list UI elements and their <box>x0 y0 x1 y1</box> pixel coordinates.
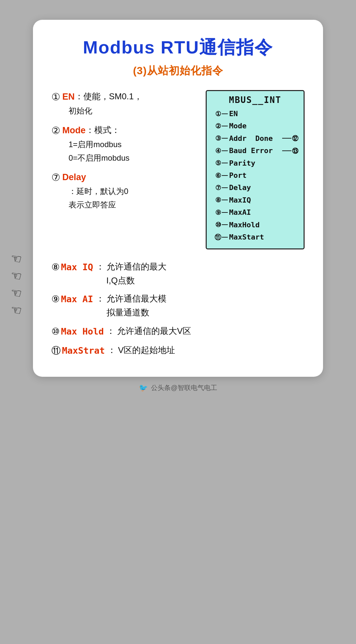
mbus-label-port: Port <box>229 169 298 181</box>
cursor-column: ☜ ☜ ☜ ☜ <box>11 251 22 317</box>
main-card: ☜ ☜ ☜ ☜ Modbus RTU通信指令 (3)从站初始化指令 ① EN ：… <box>33 20 323 377</box>
mbus-dash-5 <box>222 163 228 163</box>
mbus-row-maxhold: ⑩ MaxHold <box>212 219 298 231</box>
bottom-key-maxai: Max AI <box>61 292 93 306</box>
item-en-num: ① <box>51 89 60 104</box>
item-mode-key: Mode <box>62 124 86 137</box>
mbus-label-baud: Baud Error <box>229 145 281 157</box>
mbus-row-parity: ⑤ Parity <box>212 157 298 169</box>
mbus-num-8: ⑧ <box>212 194 221 206</box>
mbus-label-maxstart: MaxStart <box>229 231 298 243</box>
mbus-label-maxhold: MaxHold <box>229 219 298 231</box>
footer: 🐦 公头条@智联电气电工 <box>139 383 217 392</box>
item-en-line: ① EN ：使能，SM0.1， <box>51 90 198 104</box>
page-title: Modbus RTU通信指令 <box>51 36 305 60</box>
bottom-colon-11: ： <box>107 343 116 357</box>
mbus-row-maxiq: ⑧ MaxIQ <box>212 194 298 206</box>
item-delay-sub2: 表示立即答应 <box>69 198 198 212</box>
bottom-colon-10: ： <box>106 324 115 338</box>
item-delay-sub: ：延时，默认为0 表示立即答应 <box>51 185 198 212</box>
mbus-label-maxai: MaxAI <box>229 206 298 218</box>
mbus-num-10: ⑩ <box>212 219 221 230</box>
mbus-dash-1 <box>222 113 228 114</box>
mbus-rdash-error <box>282 150 291 151</box>
mbus-dash-9 <box>222 212 228 213</box>
mbus-row-mode: ② Mode <box>212 120 298 132</box>
bottom-num-10: ⑩ <box>51 324 60 339</box>
right-column: MBUS__INT ① EN ② Mode ③ Addr Done <box>206 90 305 249</box>
mbus-dash-4 <box>222 150 228 151</box>
footer-text: 公头条@智联电气电工 <box>151 383 217 392</box>
item-en-sub: 初始化 <box>51 104 198 118</box>
bottom-desc-maxhold: 允许通信的最大V区 <box>117 324 191 338</box>
mbus-row-en: ① EN <box>212 108 298 120</box>
mbus-num-6: ⑥ <box>212 170 221 181</box>
bottom-desc-maxai: 允许通信最大模拟量通道数 <box>106 292 166 319</box>
bottom-item-maxstrat: ⑪ MaxStrat ： V区的起始地址 <box>51 343 305 358</box>
bottom-desc-maxstrat: V区的起始地址 <box>118 343 175 357</box>
item-mode-sub1: 1=启用modbus <box>69 138 198 151</box>
mbus-row-delay: ⑦ Delay <box>212 181 298 194</box>
cursor-3: ☜ <box>9 285 23 301</box>
item-en-key: EN <box>62 90 75 104</box>
item-mode-desc: ：模式： <box>86 124 120 137</box>
mbus-out-error: ⑬ <box>292 145 298 156</box>
item-mode-num: ② <box>51 123 60 138</box>
cursor-2: ☜ <box>9 268 23 284</box>
cursor-4: ☜ <box>9 302 23 318</box>
mbus-out-done: ⑫ <box>292 133 298 144</box>
mbus-label-addr: Addr Done <box>229 132 281 145</box>
mbus-dash-6 <box>222 175 228 176</box>
mbus-dash-7 <box>222 187 228 188</box>
mbus-num-9: ⑨ <box>212 207 221 218</box>
bottom-key-maxhold: Max Hold <box>61 324 104 338</box>
mbus-num-5: ⑤ <box>212 157 221 169</box>
mbus-label-mode: Mode <box>229 120 298 132</box>
bottom-colon-9: ： <box>96 292 104 306</box>
item-mode: ② Mode ：模式： 1=启用modbus 0=不启用mobdus <box>51 124 198 165</box>
mbus-dash-10 <box>222 224 228 225</box>
mbus-title: MBUS__INT <box>212 95 298 105</box>
footer-icon: 🐦 <box>139 384 148 392</box>
mbus-block: MBUS__INT ① EN ② Mode ③ Addr Done <box>206 90 305 249</box>
item-mode-line: ② Mode ：模式： <box>51 124 198 138</box>
mbus-num-1: ① <box>212 108 221 119</box>
mbus-dash-2 <box>222 126 228 126</box>
page-subtitle: (3)从站初始化指令 <box>51 64 305 78</box>
bottom-item-maxai: ⑨ Max AI ： 允许通信最大模拟量通道数 <box>51 292 305 319</box>
mbus-rdash-done <box>282 138 291 139</box>
bottom-desc-maxiq: 允许通信的最大I,Q点数 <box>106 260 166 287</box>
mbus-label-maxiq: MaxIQ <box>229 194 298 206</box>
bottom-item-maxiq: ⑧ Max IQ ： 允许通信的最大I,Q点数 <box>51 260 305 287</box>
item-mode-sub: 1=启用modbus 0=不启用mobdus <box>51 138 198 165</box>
mbus-dash-11 <box>222 237 228 238</box>
content-area: ① EN ：使能，SM0.1， 初始化 ② Mode ：模式： 1=启用modb… <box>51 90 305 249</box>
item-delay-key: Delay <box>62 171 86 184</box>
mbus-label-parity: Parity <box>229 157 298 169</box>
mbus-num-3: ③ <box>212 133 221 144</box>
bottom-key-maxiq: Max IQ <box>61 260 93 274</box>
cursor-1: ☜ <box>9 251 23 267</box>
item-delay-num: ⑦ <box>51 170 60 185</box>
mbus-label-en: EN <box>229 108 298 120</box>
mbus-row-addr: ③ Addr Done ⑫ <box>212 132 298 145</box>
item-en-desc: ：使能，SM0.1， <box>75 90 142 103</box>
left-column: ① EN ：使能，SM0.1， 初始化 ② Mode ：模式： 1=启用modb… <box>51 90 198 218</box>
item-mode-sub2: 0=不启用mobdus <box>69 151 198 165</box>
item-delay-line: ⑦ Delay <box>51 171 198 185</box>
mbus-row-port: ⑥ Port <box>212 169 298 181</box>
mbus-num-11: ⑪ <box>212 232 221 243</box>
mbus-row-baud: ④ Baud Error ⑬ <box>212 145 298 157</box>
mbus-num-7: ⑦ <box>212 182 221 193</box>
bottom-colon-8: ： <box>96 260 104 274</box>
mbus-dash-3 <box>222 138 228 139</box>
mbus-row-maxai: ⑨ MaxAI <box>212 206 298 218</box>
mbus-label-delay: Delay <box>229 181 298 194</box>
bottom-item-maxhold: ⑩ Max Hold ： 允许通信的最大V区 <box>51 324 305 339</box>
mbus-num-4: ④ <box>212 145 221 156</box>
item-delay: ⑦ Delay ：延时，默认为0 表示立即答应 <box>51 171 198 212</box>
mbus-dash-8 <box>222 200 228 200</box>
bottom-num-8: ⑧ <box>51 260 60 275</box>
bottom-num-11: ⑪ <box>51 343 61 358</box>
item-en-sub1: 初始化 <box>69 104 198 118</box>
